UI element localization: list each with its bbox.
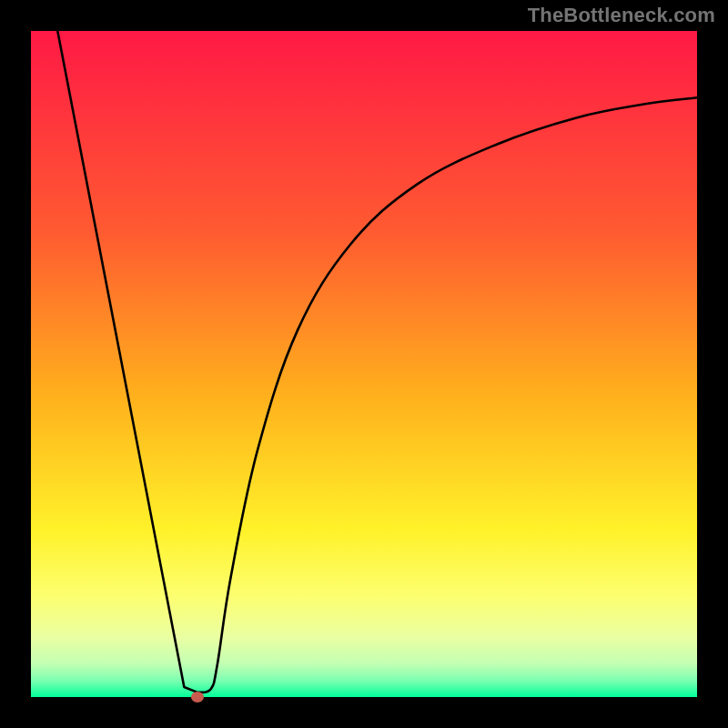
chart-svg: [31, 31, 697, 697]
watermark-text: TheBottleneck.com: [528, 4, 715, 27]
chart-background: [31, 31, 697, 697]
chart-frame: TheBottleneck.com: [0, 0, 728, 728]
plot-area: [31, 31, 697, 697]
